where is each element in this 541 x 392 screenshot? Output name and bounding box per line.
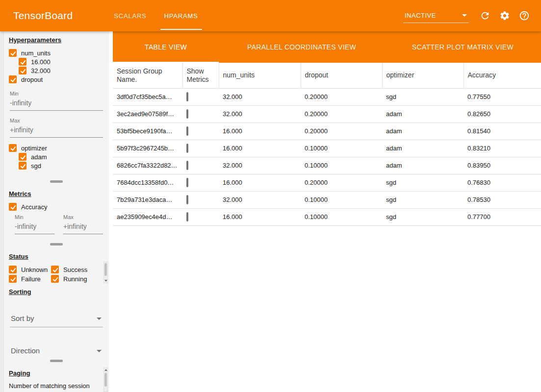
status-unknown[interactable]: Unknown xyxy=(9,265,51,274)
paging-section: Paging Number of matching session groups… xyxy=(4,365,109,392)
cell-accuracy: 0.78530 xyxy=(464,191,541,208)
tab-hparams[interactable]: HPARAMS xyxy=(155,0,207,31)
sort-by-select[interactable]: Sort by xyxy=(10,310,103,327)
show-metrics-checkbox[interactable] xyxy=(186,92,188,101)
cell-optimizer: sgd xyxy=(382,88,464,105)
metric-max-field: Max xyxy=(63,214,103,234)
hparam-num-units[interactable]: num_units xyxy=(9,49,104,57)
session-group-table-container: Session Group Name. Show Metrics num_uni… xyxy=(113,63,541,392)
checkbox-icon[interactable] xyxy=(19,153,26,161)
cell-dropout: 0.20000 xyxy=(301,105,382,122)
cell-accuracy: 0.81540 xyxy=(464,122,541,140)
checkbox-icon[interactable] xyxy=(51,275,59,283)
hparam-optimizer[interactable]: optimizer xyxy=(9,144,104,152)
status-label: Failure xyxy=(21,275,41,283)
metrics-section: Metrics Accuracy Min Max xyxy=(4,185,109,240)
status-success[interactable]: Success xyxy=(51,265,96,274)
show-metrics-checkbox[interactable] xyxy=(186,161,188,170)
min-label: Min xyxy=(10,91,103,97)
show-metrics-checkbox[interactable] xyxy=(186,195,188,204)
settings-button[interactable] xyxy=(495,6,515,25)
checkbox-icon[interactable] xyxy=(9,275,17,283)
show-metrics-cell xyxy=(182,208,219,225)
checkbox-icon[interactable] xyxy=(19,67,26,74)
cell-optimizer: sgd xyxy=(382,191,464,208)
show-metrics-checkbox[interactable] xyxy=(186,178,188,187)
top-nav-tabs: SCALARS HPARAMS xyxy=(105,0,206,31)
checkbox-icon[interactable] xyxy=(9,49,17,57)
show-metrics-checkbox[interactable] xyxy=(186,126,188,136)
scrollbar-thumb[interactable] xyxy=(104,263,107,276)
matching-session-groups-text: Number of matching session groups: 8 xyxy=(9,382,104,392)
metric-max-input[interactable] xyxy=(63,220,103,234)
drag-handle-icon xyxy=(50,243,63,245)
checkbox-icon[interactable] xyxy=(9,75,17,83)
col-dropout: dropout xyxy=(301,63,382,88)
dropout-min-field: Min xyxy=(10,91,103,111)
scroll-up-icon[interactable] xyxy=(104,369,107,371)
pane-resize-handle[interactable] xyxy=(4,177,109,185)
metric-accuracy[interactable]: Accuracy xyxy=(9,202,104,211)
paging-scrollbar[interactable] xyxy=(103,368,108,392)
cell-dropout: 0.10000 xyxy=(301,157,382,174)
hparam-optimizer-value-adam[interactable]: adam xyxy=(9,152,104,161)
table-row: 3df0d7cf35bec5a… 32.000 0.20000 sgd 0.77… xyxy=(113,88,541,105)
status-section: Status Unknown Success Failure xyxy=(4,248,109,283)
status-failure[interactable]: Failure xyxy=(9,274,51,283)
show-metrics-checkbox[interactable] xyxy=(186,109,188,119)
col-num-units: num_units xyxy=(219,63,301,88)
tensorboard-app: TensorBoard SCALARS HPARAMS INACTIVE xyxy=(0,0,541,392)
hparam-optimizer-value-sgd[interactable]: sgd xyxy=(9,161,104,170)
hparam-num-units-label: num_units xyxy=(21,49,51,57)
refresh-button[interactable] xyxy=(475,6,495,25)
checkbox-icon[interactable] xyxy=(9,266,17,273)
cell-optimizer: adam xyxy=(382,105,464,122)
hparam-dropout[interactable]: dropout xyxy=(9,75,104,84)
cell-dropout: 0.20000 xyxy=(301,88,382,105)
metric-accuracy-label: Accuracy xyxy=(21,203,47,211)
checkbox-icon[interactable] xyxy=(19,58,26,66)
pane-resize-handle[interactable] xyxy=(4,357,109,365)
dropout-max-input[interactable] xyxy=(10,124,103,138)
cell-num-units: 16.000 xyxy=(219,208,301,225)
cell-optimizer: adam xyxy=(382,122,464,140)
tab-parallel-coordinates-view[interactable]: PARALLEL COORDINATES VIEW xyxy=(219,31,385,63)
table-row: 5b97f3c2967245b… 16.000 0.10000 adam 0.8… xyxy=(113,140,541,157)
show-metrics-checkbox[interactable] xyxy=(186,212,188,221)
session-group-name: 3ec2aed9e07589f… xyxy=(113,105,182,122)
help-icon xyxy=(519,10,530,21)
checkbox-icon[interactable] xyxy=(51,266,59,273)
hyperparameters-heading: Hyperparameters xyxy=(9,36,104,44)
show-metrics-cell xyxy=(182,191,219,208)
help-button[interactable] xyxy=(515,6,534,25)
sidebar-scrollbar[interactable] xyxy=(0,31,4,392)
metric-min-input[interactable] xyxy=(15,220,54,234)
checkbox-icon[interactable] xyxy=(9,203,17,211)
tab-scalars[interactable]: SCALARS xyxy=(105,0,155,31)
reload-status-select[interactable]: INACTIVE xyxy=(403,8,468,23)
hparam-optimizer-label: optimizer xyxy=(21,145,47,152)
cell-optimizer: adam xyxy=(382,157,464,174)
hparam-num-units-value-32[interactable]: 32.000 xyxy=(9,66,104,75)
session-group-name: ae235909ec4e4d… xyxy=(113,208,182,225)
scrollbar-thumb[interactable] xyxy=(104,373,107,387)
paging-heading: Paging xyxy=(9,369,104,377)
cell-accuracy: 0.82650 xyxy=(464,105,541,122)
col-session-group-name: Session Group Name. xyxy=(113,63,182,88)
hparam-value-label: sgd xyxy=(31,162,41,170)
checkbox-icon[interactable] xyxy=(19,162,26,170)
dropout-min-input[interactable] xyxy=(10,97,103,111)
hparam-dropout-label: dropout xyxy=(21,76,43,83)
tab-table-view[interactable]: TABLE VIEW xyxy=(113,31,219,63)
scroll-down-icon[interactable] xyxy=(104,280,107,282)
checkbox-icon[interactable] xyxy=(9,144,17,152)
direction-select[interactable]: Direction xyxy=(10,343,103,357)
status-running[interactable]: Running xyxy=(51,274,96,283)
pane-resize-handle[interactable] xyxy=(4,240,109,248)
sidebar: Hyperparameters num_units 16.000 32.000 xyxy=(0,31,109,392)
hparam-num-units-value-16[interactable]: 16.000 xyxy=(9,57,104,66)
status-scrollbar[interactable] xyxy=(103,262,108,283)
session-group-name: 7684dcc13358fd0… xyxy=(113,174,182,191)
show-metrics-checkbox[interactable] xyxy=(186,144,188,153)
tab-scatter-plot-matrix-view[interactable]: SCATTER PLOT MATRIX VIEW xyxy=(385,31,541,63)
